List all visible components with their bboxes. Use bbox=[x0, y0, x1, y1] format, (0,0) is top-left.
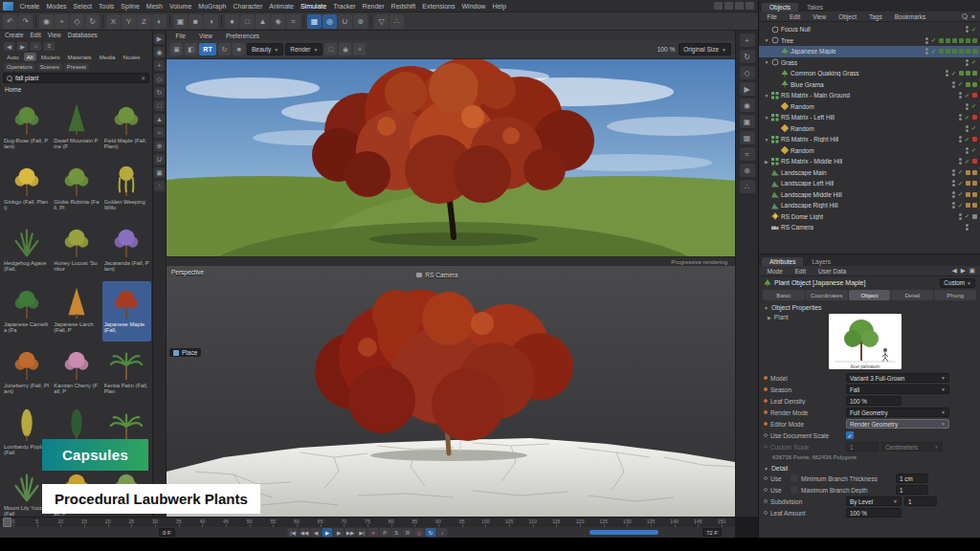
object-name[interactable]: Common Quaking Grass bbox=[791, 70, 859, 77]
rt-toggle-button[interactable]: RT bbox=[199, 43, 216, 55]
menu-animate[interactable]: Animate bbox=[266, 0, 298, 12]
menu-window[interactable]: Window bbox=[458, 0, 489, 12]
material-tag-icon[interactable] bbox=[972, 93, 977, 98]
move-icon[interactable]: + bbox=[55, 14, 69, 29]
move-tool-icon[interactable]: + bbox=[154, 60, 165, 71]
material-tag-icon[interactable] bbox=[939, 38, 944, 43]
am-menu-edit[interactable]: Edit bbox=[791, 265, 809, 277]
key-position-button[interactable]: P bbox=[380, 528, 390, 537]
asset-tab-models[interactable]: Models bbox=[38, 53, 63, 61]
material-tag-icon[interactable] bbox=[972, 192, 977, 197]
primitive-cube-icon[interactable]: □ bbox=[240, 14, 255, 29]
workplane-icon[interactable]: ▽ bbox=[374, 14, 389, 29]
menu-redshift[interactable]: Redshift bbox=[388, 0, 419, 12]
lock-z-icon[interactable]: Z bbox=[137, 14, 151, 29]
object-name[interactable]: Tree bbox=[781, 37, 793, 44]
select-tool-icon[interactable]: ▶ bbox=[154, 33, 165, 44]
material-tag-icon[interactable] bbox=[966, 82, 970, 87]
lock-y-icon[interactable]: Y bbox=[122, 14, 136, 29]
list-view-icon[interactable]: ≡ bbox=[44, 42, 55, 51]
object-row[interactable]: ▼Grass✓ bbox=[759, 57, 980, 69]
keyframe-dot[interactable] bbox=[764, 376, 768, 380]
object-row[interactable]: RS Camera bbox=[759, 222, 980, 233]
object-row[interactable]: Focus Null✓ bbox=[759, 24, 980, 35]
asset-plant-item[interactable]: Japanese Maple (Fall, bbox=[102, 281, 151, 342]
object-row[interactable]: Blue Grama✓ bbox=[759, 79, 980, 91]
enabled-toggle[interactable]: ✓ bbox=[930, 48, 937, 55]
asset-plant-item[interactable]: Hedgehog Agave (Fall, bbox=[2, 220, 51, 280]
render-view-icon[interactable]: ▣ bbox=[173, 14, 188, 29]
visibility-dots[interactable] bbox=[966, 103, 969, 110]
om-filter-icon[interactable]: ≡ bbox=[971, 13, 975, 20]
size-dropdown[interactable]: Original Size▼ bbox=[679, 43, 731, 55]
snapshot-icon[interactable]: ▣ bbox=[170, 43, 183, 55]
use-document-scale-checkbox[interactable]: ✓ bbox=[846, 431, 854, 439]
prev-key-button[interactable]: ◀◀ bbox=[300, 528, 310, 537]
pick-focus-icon[interactable]: ◉ bbox=[339, 43, 351, 55]
render-settings-icon[interactable]: ◑ bbox=[204, 14, 218, 29]
menu-tools[interactable]: Tools bbox=[96, 0, 118, 12]
object-name[interactable]: RS Matrix - Right Hill bbox=[781, 136, 838, 143]
enabled-toggle[interactable]: ✓ bbox=[950, 70, 957, 77]
scale-tool-icon[interactable]: ◇ bbox=[154, 74, 165, 84]
menu-character[interactable]: Character bbox=[230, 0, 266, 12]
prev-frame-button[interactable]: ◀ bbox=[311, 528, 322, 537]
section-object-properties[interactable]: ▼Object Properties bbox=[759, 301, 980, 312]
object-row[interactable]: Landscape Right Hill✓ bbox=[759, 200, 980, 211]
layout-icon[interactable] bbox=[735, 2, 744, 10]
visibility-dots[interactable] bbox=[959, 158, 962, 165]
visibility-dots[interactable] bbox=[966, 147, 969, 154]
keyframe-dot[interactable] bbox=[764, 410, 768, 414]
season-dropdown[interactable]: Fall▼ bbox=[846, 385, 949, 394]
object-row[interactable]: RS Dome Light✓ bbox=[759, 211, 980, 223]
back-icon[interactable]: ◀ bbox=[4, 42, 14, 51]
object-row[interactable]: ▼RS Matrix - Left Hill✓ bbox=[759, 112, 980, 123]
om-menu-object[interactable]: Object bbox=[835, 11, 860, 23]
magnet-tool-icon[interactable]: U bbox=[154, 154, 165, 165]
object-name[interactable]: RS Dome Light bbox=[781, 213, 823, 220]
expander-icon[interactable]: ▼ bbox=[763, 115, 770, 121]
editor-mode-dropdown[interactable]: Render Geometry▼ bbox=[846, 419, 949, 429]
enabled-toggle[interactable]: ✓ bbox=[970, 146, 977, 154]
unit-dropdown[interactable]: Centimeters▼ bbox=[881, 442, 943, 452]
object-row[interactable]: Japanese Maple✓ bbox=[759, 46, 980, 57]
place-tool-hud[interactable]: Place bbox=[169, 348, 201, 357]
om-menu-view[interactable]: View bbox=[810, 11, 830, 23]
object-row[interactable]: Random✓ bbox=[759, 123, 980, 135]
pen-tool-icon[interactable]: ▲ bbox=[154, 114, 165, 124]
fields-icon[interactable]: ≈ bbox=[286, 14, 301, 29]
visibility-dots[interactable] bbox=[952, 81, 955, 88]
material-tag-icon[interactable] bbox=[939, 49, 944, 54]
visibility-dots[interactable] bbox=[966, 59, 969, 66]
object-row[interactable]: Landscape Main✓ bbox=[759, 167, 980, 179]
am-menu-mode[interactable]: Mode bbox=[764, 265, 786, 277]
keyframe-dot[interactable] bbox=[764, 445, 768, 449]
material-tag-icon[interactable] bbox=[959, 71, 964, 76]
redo-icon[interactable]: ↷ bbox=[18, 14, 33, 29]
sound-button[interactable]: ♪ bbox=[437, 528, 448, 537]
home-icon[interactable]: ⌂ bbox=[31, 42, 41, 51]
object-name[interactable]: RS Matrix - Main Ground bbox=[781, 92, 850, 99]
asset-menu-databases[interactable]: Databases bbox=[67, 31, 99, 40]
ab-compare-icon[interactable]: ◧ bbox=[185, 43, 197, 55]
magnet-icon[interactable]: U bbox=[338, 14, 352, 29]
asset-subtab-scenes[interactable]: Scenes bbox=[37, 63, 62, 71]
asset-plant-item[interactable]: Golden Weeping Willo bbox=[102, 159, 151, 219]
menu-simulate[interactable]: Simulate bbox=[297, 0, 329, 12]
menu-tracker[interactable]: Tracker bbox=[330, 0, 359, 12]
visibility-dots[interactable] bbox=[952, 191, 955, 198]
material-tag-icon[interactable] bbox=[959, 38, 964, 43]
goto-start-button[interactable]: |◀ bbox=[288, 528, 299, 537]
menu-volume[interactable]: Volume bbox=[166, 0, 194, 12]
scale-icon[interactable]: ◇ bbox=[70, 14, 84, 29]
breadcrumb[interactable]: Home bbox=[0, 84, 152, 95]
workplane-mode-icon[interactable]: ∴ bbox=[740, 180, 755, 193]
keyframe-dot[interactable] bbox=[764, 399, 768, 403]
key-scale-button[interactable]: S bbox=[391, 528, 402, 537]
stop-render-icon[interactable]: ■ bbox=[233, 43, 245, 55]
poly-mode-icon[interactable]: ▦ bbox=[740, 131, 755, 144]
preset-dropdown[interactable]: Custom▼ bbox=[940, 278, 975, 288]
material-tag-icon[interactable] bbox=[972, 214, 977, 219]
play-button[interactable]: ▶ bbox=[323, 528, 333, 537]
mirror-tool-icon[interactable]: ⊕ bbox=[154, 141, 165, 151]
